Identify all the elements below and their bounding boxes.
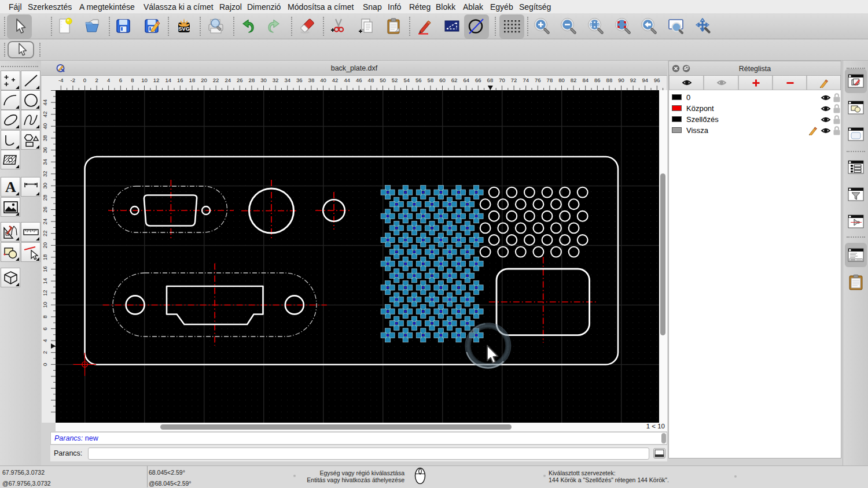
svg-text:14: 14: [165, 77, 171, 83]
svg-text:24: 24: [42, 219, 48, 225]
svg-text:-2: -2: [71, 77, 75, 83]
svg-text:44: 44: [42, 99, 48, 106]
svg-text:12: 12: [42, 290, 48, 296]
svg-text:88: 88: [606, 77, 613, 83]
svg-text:60: 60: [439, 77, 446, 83]
svg-text:36: 36: [296, 77, 303, 83]
svg-text:22: 22: [42, 230, 48, 236]
svg-text:10: 10: [42, 302, 48, 308]
svg-text:76: 76: [535, 77, 541, 83]
svg-text:26: 26: [237, 77, 243, 83]
svg-text:12: 12: [153, 77, 160, 83]
svg-text:68: 68: [487, 77, 494, 83]
svg-text:0: 0: [83, 77, 86, 83]
svg-text:38: 38: [308, 77, 315, 83]
svg-text:84: 84: [582, 77, 589, 83]
svg-text:34: 34: [42, 159, 48, 165]
svg-text:40: 40: [42, 123, 48, 130]
svg-text:0: 0: [42, 363, 48, 366]
svg-text:2: 2: [42, 351, 48, 354]
svg-text:32: 32: [273, 77, 279, 83]
svg-text:66: 66: [475, 77, 481, 83]
svg-text:42: 42: [42, 111, 48, 117]
svg-text:26: 26: [42, 206, 48, 213]
svg-text:8: 8: [131, 77, 134, 83]
svg-text:62: 62: [451, 77, 458, 83]
svg-text:32: 32: [42, 171, 48, 177]
svg-text:20: 20: [201, 77, 207, 83]
svg-text:14: 14: [42, 278, 48, 284]
svg-text:72: 72: [511, 77, 517, 83]
svg-text:A: A: [5, 179, 16, 195]
svg-text:10: 10: [141, 77, 148, 83]
svg-text:82: 82: [571, 77, 577, 83]
svg-text:38: 38: [42, 135, 48, 142]
svg-text:4: 4: [107, 77, 110, 83]
svg-text:48: 48: [368, 77, 374, 83]
svg-text:40: 40: [320, 77, 326, 83]
svg-text:SVG: SVG: [178, 25, 190, 32]
svg-text:54: 54: [403, 77, 410, 83]
svg-text:96: 96: [654, 77, 660, 83]
svg-text:64: 64: [463, 77, 469, 83]
svg-text:44: 44: [344, 77, 350, 83]
svg-text:20: 20: [42, 242, 48, 249]
svg-text:92: 92: [630, 77, 637, 83]
svg-text:80: 80: [558, 77, 565, 83]
svg-text:4: 4: [42, 339, 48, 342]
svg-text:24: 24: [225, 77, 231, 83]
svg-text:2: 2: [95, 77, 98, 83]
svg-text:-4: -4: [58, 77, 63, 83]
svg-text:8: 8: [42, 315, 48, 318]
svg-text:16: 16: [177, 77, 183, 83]
svg-text:70: 70: [499, 77, 505, 83]
svg-text:34: 34: [284, 77, 290, 83]
svg-text:6: 6: [119, 77, 122, 83]
svg-text:90: 90: [618, 77, 624, 83]
svg-text:78: 78: [547, 77, 553, 83]
svg-text:56: 56: [415, 77, 422, 83]
svg-text:74: 74: [523, 77, 529, 83]
svg-text:22: 22: [213, 77, 219, 83]
svg-text:52: 52: [392, 77, 398, 83]
svg-text:28: 28: [249, 77, 255, 83]
svg-text:30: 30: [42, 183, 48, 189]
svg-text:16: 16: [42, 266, 48, 272]
svg-text:46: 46: [356, 77, 362, 83]
svg-text:18: 18: [189, 77, 196, 83]
svg-text:6: 6: [42, 327, 48, 330]
svg-text:50: 50: [380, 77, 386, 83]
svg-text:18: 18: [42, 254, 48, 261]
svg-text:86: 86: [594, 77, 601, 83]
svg-text:36: 36: [42, 147, 48, 153]
svg-text:28: 28: [42, 195, 48, 201]
svg-text:30: 30: [260, 77, 267, 83]
svg-text:94: 94: [642, 77, 648, 83]
svg-text:42: 42: [332, 77, 339, 83]
svg-text:58: 58: [428, 77, 434, 83]
